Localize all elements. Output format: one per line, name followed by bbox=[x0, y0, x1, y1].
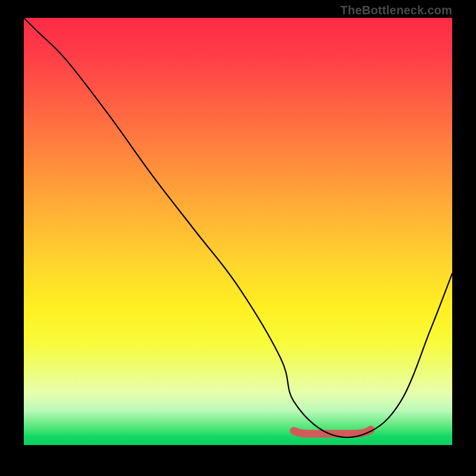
curve-layer bbox=[24, 18, 452, 455]
plot-surface bbox=[24, 18, 452, 455]
highlight-segment bbox=[294, 430, 371, 434]
chart-frame: TheBottleneck.com bbox=[0, 0, 476, 476]
main-curve bbox=[24, 18, 452, 437]
watermark-text: TheBottleneck.com bbox=[340, 4, 452, 17]
